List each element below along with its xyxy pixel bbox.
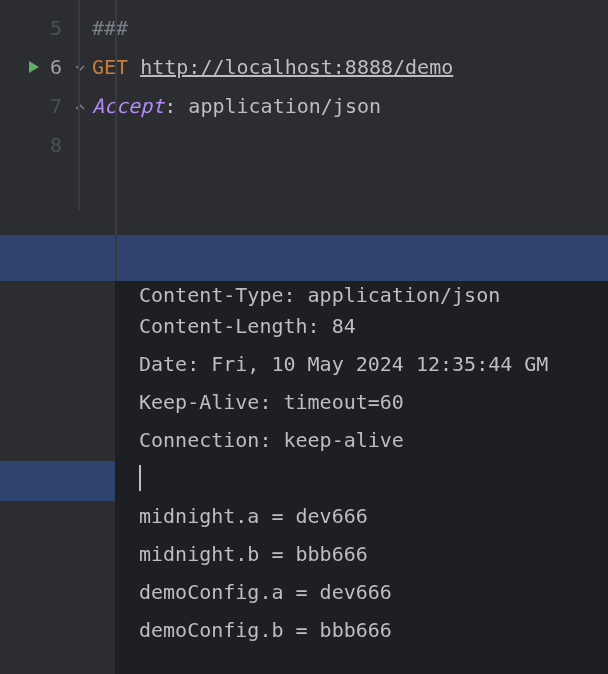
request-url[interactable]: http://localhost:8888/demo [140,55,453,79]
request-separator: ### [92,16,128,40]
gutter-divider [78,0,80,210]
run-icon[interactable] [26,59,42,75]
output-sidebar [0,281,115,674]
response-header-line: Content-Type: application/json [139,281,608,307]
http-method: GET [92,55,128,79]
response-body-line: demoConfig.b = bbb666 [139,611,608,649]
response-body[interactable]: Content-Type: application/json Content-L… [115,281,608,674]
response-header-line: Keep-Alive: timeout=60 [139,383,608,421]
fold-marker-icon[interactable] [74,55,86,79]
header-sep: : [164,94,188,118]
line-number: 7 [50,94,62,118]
text-cursor [139,465,141,491]
header-value: application/json [188,94,381,118]
fold-marker-icon[interactable] [74,94,86,118]
line-number: 8 [50,133,62,157]
response-header-line: Content-Length: 84 [139,307,608,345]
response-header-line: Connection: keep-alive [139,421,608,459]
line-number: 6 [50,55,62,79]
line-number: 5 [50,16,62,40]
gutter: 5 6 7 8 [0,0,78,235]
header-name: Accept [92,94,164,118]
cursor-line[interactable] [139,459,608,497]
gutter-row[interactable]: 6 [0,47,78,86]
code-line[interactable]: ### [92,8,608,47]
response-body-line: midnight.b = bbb666 [139,535,608,573]
output-pane: Content-Type: application/json Content-L… [0,281,608,674]
code-area[interactable]: ### GET http://localhost:8888/demo Accep… [78,0,608,235]
gutter-row[interactable]: 7 [0,86,78,125]
code-line[interactable]: Accept: application/json [92,86,608,125]
gutter-row[interactable]: 5 [0,8,78,47]
gutter-row[interactable]: 8 [0,125,78,164]
sidebar-highlight [0,461,115,501]
pane-separator[interactable] [0,235,608,281]
response-header-line: Date: Fri, 10 May 2024 12:35:44 GM [139,345,608,383]
code-line[interactable] [92,125,608,164]
response-body-line: demoConfig.a = dev666 [139,573,608,611]
editor-pane: 5 6 7 8 ### GET http://localhost:8888/de [0,0,608,235]
code-line[interactable]: GET http://localhost:8888/demo [92,47,608,86]
response-body-line: midnight.a = dev666 [139,497,608,535]
